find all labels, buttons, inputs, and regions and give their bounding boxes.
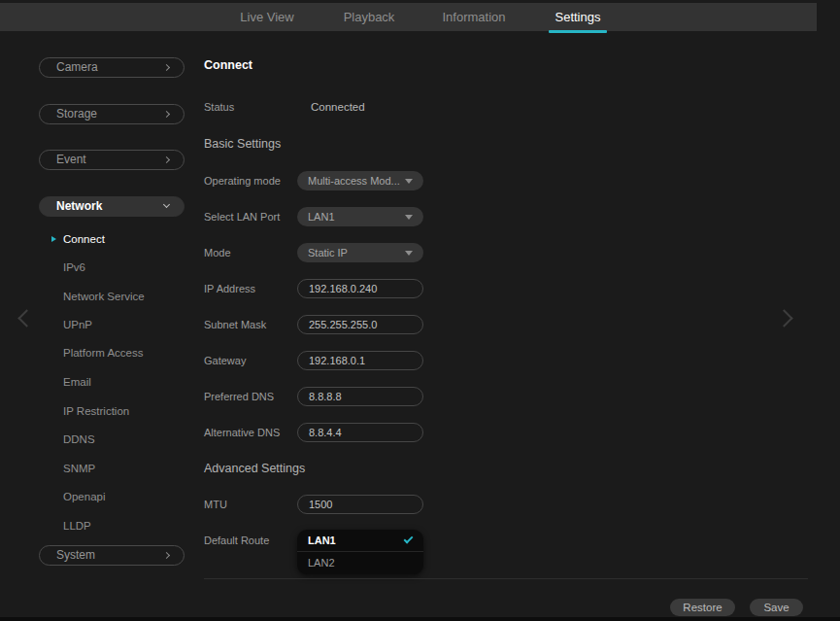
sidebar-item-label: Storage xyxy=(56,107,97,121)
default-route-option-lan1[interactable]: LAN1 xyxy=(297,530,423,552)
operating-mode-label: Operating mode xyxy=(204,174,281,188)
ip-address-label: IP Address xyxy=(204,282,255,295)
status-value: Connected xyxy=(311,100,365,114)
mode-value: Static IP xyxy=(308,247,348,259)
default-route-dropdown: LAN1 LAN2 xyxy=(297,530,423,574)
chevron-down-icon xyxy=(163,201,170,208)
sidebar-item-upnp[interactable]: UPnP xyxy=(63,318,92,331)
preferred-dns-field[interactable] xyxy=(297,387,423,406)
sidebar-item-storage[interactable]: Storage xyxy=(39,104,185,124)
chevron-right-icon xyxy=(163,552,170,559)
caret-down-icon xyxy=(405,251,413,256)
operating-mode-value: Multi-access Mod... xyxy=(308,175,400,187)
chevron-right-icon xyxy=(163,64,170,71)
operating-mode-select[interactable]: Multi-access Mod... xyxy=(297,171,423,190)
ip-address-field[interactable] xyxy=(297,279,423,298)
tab-settings[interactable]: Settings xyxy=(547,3,609,31)
sidebar-item-system[interactable]: System xyxy=(39,545,185,566)
restore-button[interactable]: Restore xyxy=(670,599,735,616)
section-basic-settings: Basic Settings xyxy=(204,136,281,152)
sidebar-item-ipv6[interactable]: IPv6 xyxy=(63,260,85,274)
mode-select[interactable]: Static IP xyxy=(297,243,423,262)
lan-port-select[interactable]: LAN1 xyxy=(297,207,423,226)
check-icon xyxy=(404,535,414,544)
sidebar-item-email[interactable]: Email xyxy=(63,375,91,389)
chevron-right-icon xyxy=(163,156,170,163)
caret-down-icon xyxy=(405,179,413,184)
sidebar-item-snmp[interactable]: SNMP xyxy=(63,462,95,475)
chevron-right-icon xyxy=(163,111,170,118)
tab-playback[interactable]: Playback xyxy=(338,3,400,31)
footer-strip xyxy=(0,617,840,621)
caret-down-icon xyxy=(405,215,413,220)
status-label: Status xyxy=(204,100,234,114)
sidebar-item-network-service[interactable]: Network Service xyxy=(63,290,145,303)
top-navbar: Live View Playback Information Settings xyxy=(0,3,817,31)
section-advanced-settings: Advanced Settings xyxy=(204,461,305,476)
page-title: Connect xyxy=(204,58,252,72)
subnet-mask-field[interactable] xyxy=(297,315,423,334)
sidebar-item-label: Camera xyxy=(56,60,98,74)
sidebar-item-label: System xyxy=(56,548,95,562)
mode-label: Mode xyxy=(204,246,231,259)
sidebar-item-event[interactable]: Event xyxy=(39,150,185,170)
default-route-label: Default Route xyxy=(204,534,269,547)
sidebar-item-connect[interactable]: Connect xyxy=(63,232,105,246)
sidebar-item-platform-access[interactable]: Platform Access xyxy=(63,346,143,360)
tab-live-view[interactable]: Live View xyxy=(236,3,298,31)
save-button[interactable]: Save xyxy=(750,599,803,616)
lan-port-label: Select LAN Port xyxy=(204,210,280,224)
sidebar-item-label: Event xyxy=(56,153,86,166)
page-next-arrow-icon[interactable] xyxy=(775,309,792,327)
subnet-mask-label: Subnet Mask xyxy=(204,318,266,331)
sidebar-item-camera[interactable]: Camera xyxy=(39,57,185,78)
option-label: LAN1 xyxy=(308,535,336,546)
tab-information[interactable]: Information xyxy=(436,3,512,31)
mtu-label: MTU xyxy=(204,498,227,511)
gateway-field[interactable] xyxy=(297,351,423,370)
gateway-label: Gateway xyxy=(204,354,246,367)
sidebar-item-lldp[interactable]: LLDP xyxy=(63,519,91,533)
sidebar-item-label: Network xyxy=(56,199,102,213)
alternative-dns-label: Alternative DNS xyxy=(204,426,280,439)
sidebar-item-ddns[interactable]: DDNS xyxy=(63,432,95,446)
sidebar-item-openapi[interactable]: Openapi xyxy=(63,490,105,503)
mtu-field[interactable] xyxy=(297,495,423,514)
default-route-option-lan2[interactable]: LAN2 xyxy=(297,552,423,574)
lan-port-value: LAN1 xyxy=(308,211,335,223)
active-item-triangle-icon xyxy=(51,236,56,242)
content-divider xyxy=(204,578,808,579)
option-label: LAN2 xyxy=(308,557,335,569)
sidebar-item-network[interactable]: Network xyxy=(39,196,185,217)
alternative-dns-field[interactable] xyxy=(297,423,423,442)
page-prev-arrow-icon[interactable] xyxy=(17,309,35,327)
sidebar-item-ip-restriction[interactable]: IP Restriction xyxy=(63,404,129,418)
preferred-dns-label: Preferred DNS xyxy=(204,390,274,403)
